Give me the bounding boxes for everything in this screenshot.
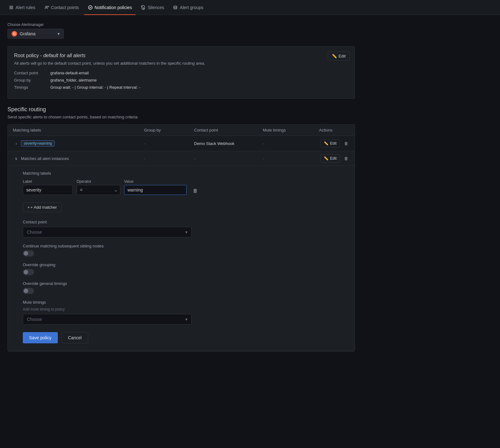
matching-labels-section: Matching labels Label Operator =: [23, 171, 340, 196]
contact-point-cell: Demo Stack Webhook: [194, 141, 263, 146]
table-row: › severity=warning - Demo Stack Webhook …: [8, 136, 355, 151]
chevron-down-icon: ▾: [185, 317, 188, 322]
trash-icon: 🗑: [344, 156, 348, 161]
nav-notification-policies[interactable]: Notification policies: [84, 0, 136, 15]
label-field-label: Label: [23, 179, 73, 184]
expanded-actions: ✏️ Edit 🗑: [319, 154, 350, 162]
edit-icon: ✏️: [332, 54, 337, 58]
nav-alert-groups[interactable]: Alert groups: [169, 0, 207, 15]
table-header: Matching labels Group by Contact point M…: [8, 125, 355, 136]
contact-icon: [44, 5, 49, 10]
nav-contact-points[interactable]: Contact points: [40, 0, 83, 15]
override-grouping-toggle-row: Override grouping: [23, 262, 340, 276]
expanded-collapse-button[interactable]: ∨ Matches all alert instances: [13, 155, 70, 162]
label-fields-row: Label Operator = != =~ !~: [23, 179, 340, 196]
specific-routing-section: Specific routing Send specific alerts to…: [8, 106, 355, 351]
root-policy-card: ✏️ Edit Root policy - default for all al…: [8, 46, 355, 99]
chevron-down-icon: ▾: [185, 230, 188, 235]
operator-field-label: Operator: [77, 179, 120, 184]
alertmanager-section: Choose Alertmanager G Grafana ▾: [8, 22, 355, 39]
plus-icon: +: [28, 205, 30, 210]
header-mute-timings: Mute timings: [263, 128, 319, 132]
svg-point-3: [46, 6, 47, 7]
override-timings-toggle[interactable]: [23, 288, 34, 294]
override-timings-toggle-row: Override general timings: [23, 281, 340, 295]
label-input[interactable]: [23, 185, 73, 195]
value-field-group: Value: [124, 179, 187, 195]
mute-timings-cell: -: [263, 141, 319, 146]
mute-timings-form-label: Mute timings: [23, 300, 340, 305]
list-icon: [9, 5, 14, 10]
severity-warning-tag: severity=warning: [21, 140, 55, 147]
svg-rect-0: [9, 6, 13, 7]
root-policy-title: Root policy - default for all alerts: [14, 53, 348, 58]
svg-point-6: [174, 6, 177, 7]
header-group-by: Group by: [144, 128, 194, 132]
specific-routing-description: Send specific alerts to chosen contact p…: [8, 115, 355, 119]
nav-alert-rules[interactable]: Alert rules: [5, 0, 39, 15]
edit-icon: ✏️: [324, 141, 328, 146]
expanded-edit-button[interactable]: ✏️ Edit: [320, 154, 340, 162]
operator-field-group: Operator = != =~ !~: [77, 179, 120, 195]
override-grouping-toggle[interactable]: [23, 269, 34, 275]
row-expand-button[interactable]: › severity=warning: [13, 139, 56, 148]
trash-icon: 🗑: [193, 188, 198, 193]
contact-point-row: Contact point grafana-default-email: [14, 71, 348, 75]
expanded-row-header: ∨ Matches all alert instances - - - ✏️ E…: [8, 151, 355, 166]
cancel-button[interactable]: Cancel: [62, 332, 88, 343]
svg-rect-1: [9, 7, 13, 8]
contact-point-select[interactable]: Choose ▾: [23, 227, 192, 237]
timings-row: Timings Group wait: - | Group interval: …: [14, 85, 348, 90]
value-field-label: Value: [124, 179, 187, 184]
expanded-mute-timings: -: [263, 156, 319, 161]
expanded-label-cell: ∨ Matches all alert instances: [13, 155, 144, 162]
routing-table: Matching labels Group by Contact point M…: [8, 124, 355, 351]
chevron-down-icon: ∨: [14, 156, 18, 161]
operator-select[interactable]: = != =~ !~: [77, 185, 120, 195]
save-policy-button[interactable]: Save policy: [23, 332, 58, 343]
contact-point-placeholder: Choose: [27, 230, 42, 235]
add-matcher-button[interactable]: + + Add matcher: [23, 202, 62, 212]
row-delete-button[interactable]: 🗑: [342, 140, 350, 147]
specific-routing-title: Specific routing: [8, 106, 355, 113]
label-field-group: Label: [23, 179, 73, 195]
top-navigation: Alert rules Contact points Notification …: [0, 0, 500, 15]
edit-icon: ✏️: [324, 156, 328, 161]
contact-point-form-label: Contact point: [23, 220, 340, 224]
form-actions: Save policy Cancel: [23, 332, 340, 343]
value-input[interactable]: [124, 185, 187, 195]
header-matching-labels: Matching labels: [13, 128, 144, 132]
matching-labels-title: Matching labels: [23, 171, 340, 176]
expanded-content: Matching labels Label Operator =: [8, 166, 355, 351]
alertmanager-value: Grafana: [20, 31, 36, 36]
contact-point-form-section: Contact point Choose ▾: [23, 220, 340, 237]
root-policy-description: All alerts will go to the default contac…: [14, 61, 348, 66]
continue-matching-toggle-row: Continue matching subsequent sibling nod…: [23, 244, 340, 257]
matching-labels-cell: › severity=warning: [13, 139, 144, 148]
override-grouping-label: Override grouping: [23, 262, 340, 267]
trash-icon: 🗑: [344, 141, 348, 146]
expanded-group-by: -: [144, 156, 194, 161]
header-contact-point: Contact point: [194, 128, 263, 132]
group-by-cell: -: [144, 141, 194, 146]
group-by-row: Group by grafana_folder, alertname: [14, 78, 348, 82]
delete-matcher-button[interactable]: 🗑: [190, 186, 200, 196]
alertmanager-dropdown[interactable]: G Grafana ▾: [8, 29, 64, 39]
alertmanager-label: Choose Alertmanager: [8, 22, 355, 27]
operator-select-wrapper: = != =~ !~: [77, 185, 120, 195]
nav-silences[interactable]: Silences: [137, 0, 168, 15]
svg-rect-2: [9, 8, 13, 9]
root-policy-edit-button[interactable]: ✏️ Edit: [328, 52, 350, 61]
mute-timings-form-section: Mute timings Add mute timing to policy C…: [23, 300, 340, 325]
chevron-right-icon: ›: [14, 141, 18, 146]
grafana-icon: G: [12, 31, 17, 37]
group-icon: [173, 5, 178, 10]
policy-icon: [88, 5, 93, 10]
continue-matching-toggle[interactable]: [23, 250, 34, 256]
mute-timings-placeholder: Choose: [27, 317, 42, 322]
mute-timings-description: Add mute timing to policy: [23, 307, 340, 311]
mute-timings-select[interactable]: Choose ▾: [23, 314, 192, 325]
expanded-delete-button[interactable]: 🗑: [342, 155, 350, 162]
row-edit-button[interactable]: ✏️ Edit: [320, 139, 340, 147]
chevron-down-icon: ▾: [58, 31, 60, 36]
